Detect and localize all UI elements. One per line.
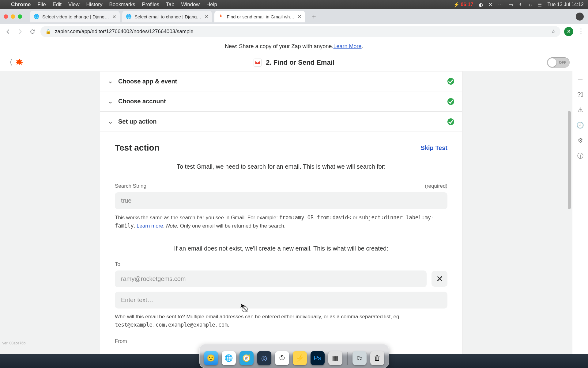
nav-reload-button[interactable] (28, 27, 37, 36)
globe-icon: 🌐 (34, 14, 39, 19)
tab-close-icon[interactable]: ✕ (204, 14, 208, 20)
wifi-icon[interactable]: ᯤ (518, 2, 523, 7)
chrome-menu-button[interactable]: ⋮ (578, 30, 584, 33)
status-icon-2[interactable]: ✕ (488, 2, 492, 8)
tab-close-icon[interactable]: ✕ (297, 14, 301, 20)
chevron-down-icon: ⌄ (108, 78, 113, 85)
version-tag: ver. 00ace76b (2, 341, 25, 345)
dock-app-finder[interactable]: 🙂 (204, 351, 218, 365)
history-icon[interactable]: 🕘 (577, 121, 584, 129)
browser-tab-active[interactable]: Find or send email in Gmail wh… ✕ (214, 11, 305, 22)
test-action-heading: Test action (115, 143, 160, 153)
zapier-icon (218, 14, 224, 19)
address-url: zapier.com/app/editor/127664002/nodes/12… (55, 29, 194, 35)
help-icon[interactable]: ?⃝ (577, 91, 584, 98)
menubar-app-name[interactable]: Chrome (11, 2, 31, 8)
field-required: (required) (425, 183, 447, 189)
battery-low-indicator[interactable]: ⚡06:17 (453, 2, 473, 8)
status-icon-3[interactable]: ⋯ (498, 2, 503, 8)
window-fullscreen-button[interactable] (18, 14, 22, 19)
dock-app-bolt[interactable]: ⚡ (293, 351, 307, 365)
status-complete-icon (447, 118, 454, 125)
outline-icon[interactable]: ☰ (577, 75, 584, 83)
step-choose-app[interactable]: ⌄ Choose app & event (100, 71, 462, 91)
new-tab-button[interactable]: ＋ (309, 12, 318, 21)
nav-back-button[interactable] (4, 27, 12, 36)
menubar-clock[interactable]: Tue 13 Jul 14:12 (547, 2, 584, 7)
field-search-string: Search String (required) true This works… (115, 183, 447, 230)
chevron-left-icon: 〈 (6, 58, 13, 67)
dock-separator (347, 352, 348, 365)
dock-app-1password[interactable]: ① (275, 351, 289, 365)
tabstrip-right-button[interactable] (576, 13, 584, 21)
status-complete-icon (447, 78, 454, 85)
vertical-scrollbar[interactable] (568, 111, 571, 209)
zapier-logo-icon[interactable] (16, 59, 24, 67)
learn-more-link[interactable]: Learn more (137, 223, 163, 229)
announcement-banner: New: Share a copy of your Zap with anyon… (0, 39, 588, 54)
address-bar[interactable]: 🔒 zapier.com/app/editor/127664002/nodes/… (40, 26, 560, 37)
bookmark-star-icon[interactable]: ☆ (551, 28, 556, 35)
dock-app-launchpad[interactable]: ▦ (328, 351, 342, 365)
search-help-text: This works the same as the search bar yo… (115, 213, 447, 230)
window-close-button[interactable] (4, 14, 8, 19)
step-set-up-action[interactable]: ⌄ Set up action (100, 112, 462, 132)
status-icon-1[interactable]: ◐ (479, 2, 483, 8)
announcement-suffix: . (362, 43, 363, 50)
field-to: To ramy@rocketgems.com ✕ Enter text… Who… (115, 261, 447, 329)
toggle-label: OFF (559, 60, 566, 65)
menu-bookmarks[interactable]: Bookmarks (109, 2, 135, 8)
to-help-text: Who will this email be sent to? Multiple… (115, 313, 447, 329)
lock-icon[interactable]: 🔒 (45, 29, 51, 34)
menu-tab[interactable]: Tab (166, 2, 174, 8)
browser-tab[interactable]: 🌐 Select email to change | Djang… ✕ (122, 11, 212, 22)
browser-tab[interactable]: 🌐 Select video to change | Djang… ✕ (30, 11, 120, 22)
step-label: Choose app & event (118, 78, 177, 85)
right-rail: ☰ ?⃝ ⚠ 🕘 ⚙ ⓘ (572, 71, 588, 368)
dock-app-trash[interactable]: 🗑 (370, 351, 384, 365)
search-string-input[interactable]: true (115, 192, 447, 209)
to-value-input[interactable]: ramy@rocketgems.com (115, 270, 427, 287)
gmail-icon (254, 59, 262, 67)
menu-edit[interactable]: Edit (53, 2, 62, 8)
zap-enable-toggle[interactable]: OFF (547, 57, 570, 68)
nav-forward-button[interactable] (16, 27, 24, 36)
step-choose-account[interactable]: ⌄ Choose account (100, 91, 462, 112)
window-traffic-lights (4, 14, 22, 19)
editor-workspace: ☰ ?⃝ ⚠ 🕘 ⚙ ⓘ ⌄ Choose app & event ⌄ Choo… (0, 71, 588, 368)
warning-icon[interactable]: ⚠ (577, 106, 584, 113)
menu-profiles[interactable]: Profiles (142, 2, 159, 8)
menu-window[interactable]: Window (181, 2, 200, 8)
zap-back[interactable]: 〈 (6, 58, 24, 67)
dock-app-photoshop[interactable]: Ps (311, 351, 325, 365)
remove-to-button[interactable]: ✕ (432, 271, 447, 287)
spotlight-icon[interactable]: ⌕ (529, 2, 532, 7)
test-action-card: Test action Skip Test To test Gmail, we … (100, 132, 462, 363)
menu-help[interactable]: Help (206, 2, 217, 8)
skip-test-link[interactable]: Skip Test (421, 144, 447, 151)
info-icon[interactable]: ⓘ (577, 152, 584, 159)
menu-history[interactable]: History (86, 2, 102, 8)
control-center-icon[interactable]: ☰ (537, 2, 542, 8)
profile-avatar[interactable]: S (564, 27, 573, 36)
menu-view[interactable]: View (68, 2, 80, 8)
field-from-label: From (115, 338, 447, 344)
zap-step-header: 〈 2. Find or Send Email OFF (0, 54, 588, 71)
settings-gear-icon[interactable]: ⚙ (577, 137, 584, 144)
window-minimize-button[interactable] (11, 14, 15, 19)
field-label: To (115, 261, 120, 267)
dock-app-chrome[interactable]: 🌐 (222, 351, 236, 365)
create-lead-text: If an email does not exist, we'll create… (115, 245, 447, 252)
dock-app-circle[interactable]: ◎ (257, 351, 271, 365)
to-add-input[interactable]: Enter text… (115, 292, 447, 309)
tab-close-icon[interactable]: ✕ (112, 14, 116, 20)
battery-icon[interactable]: ▭ (508, 2, 513, 8)
step-label: Set up action (118, 118, 157, 125)
announcement-link[interactable]: Learn More (334, 43, 362, 50)
toggle-knob (548, 58, 556, 67)
field-label: Search String (115, 183, 146, 189)
test-lead-text: To test Gmail, we need to search for an … (115, 163, 447, 170)
menu-file[interactable]: File (37, 2, 46, 8)
dock-app-stacks[interactable]: 🗂 (352, 351, 367, 365)
dock-app-safari[interactable]: 🧭 (239, 351, 254, 365)
